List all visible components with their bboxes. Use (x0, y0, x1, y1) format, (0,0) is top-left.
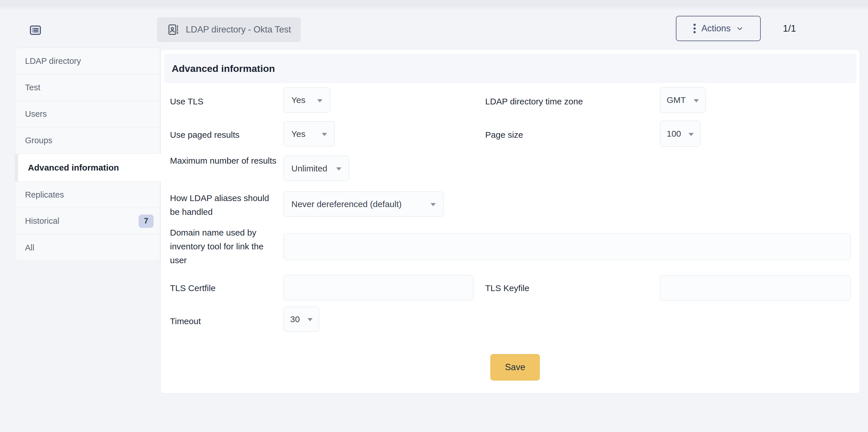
aliases-label: How LDAP aliases should be handled (170, 191, 279, 219)
advanced-information-panel: Advanced information Use TLS Yes LDAP di… (160, 50, 860, 394)
sidebar-item-label: Groups (25, 136, 52, 145)
domain-name-input[interactable] (284, 234, 851, 260)
max-results-label: Maximum number of results (170, 154, 279, 168)
tls-certfile-label: TLS Certfile (170, 281, 279, 295)
page-title: LDAP directory - Okta Test (186, 25, 291, 35)
dropdown-caret-icon (431, 203, 436, 206)
dropdown-caret-icon (317, 99, 322, 102)
tls-keyfile-input[interactable] (660, 276, 851, 301)
dropdown-caret-icon (688, 133, 694, 136)
use-tls-value: Yes (291, 95, 305, 105)
sidebar-item-test[interactable]: Test (15, 74, 160, 101)
sidebar-item-label: Replicates (25, 190, 64, 199)
sidebar-item-advanced-information[interactable]: Advanced information (18, 154, 164, 182)
actions-button[interactable]: Actions (676, 16, 761, 41)
sidebar-item-label: Test (25, 83, 40, 92)
aliases-select[interactable]: Never dereferenced (default) (284, 191, 443, 217)
save-button[interactable]: Save (490, 354, 540, 380)
sidebar-item-label: Users (25, 109, 47, 119)
record-counter: 1/1 (771, 16, 808, 41)
kebab-menu-icon (693, 23, 696, 34)
sidebar-item-historical[interactable]: Historical 7 (15, 208, 160, 235)
vertical-tabs: LDAP directory Test Users Groups Advance… (15, 48, 160, 261)
timezone-value: GMT (667, 95, 686, 105)
timeout-select[interactable]: 30 (284, 307, 319, 332)
historical-count-badge: 7 (138, 215, 154, 228)
use-paged-results-value: Yes (291, 129, 305, 139)
sidebar-item-label: Historical (25, 216, 59, 226)
topbar-shadow-strip (0, 0, 868, 10)
timezone-label: LDAP directory time zone (485, 95, 658, 109)
sidebar-item-label: All (25, 243, 34, 252)
dropdown-caret-icon (307, 318, 313, 321)
sidebar-item-label: Advanced information (28, 163, 119, 173)
page-title-chip: LDAP directory - Okta Test (157, 17, 301, 42)
max-results-select[interactable]: Unlimited (284, 156, 349, 181)
dropdown-caret-icon (322, 133, 327, 136)
use-tls-select[interactable]: Yes (284, 87, 330, 113)
list-details-icon (28, 24, 42, 37)
timeout-label: Timeout (170, 314, 279, 328)
timezone-select[interactable]: GMT (660, 87, 706, 113)
dropdown-caret-icon (694, 99, 699, 102)
panel-title: Advanced information (172, 63, 275, 74)
max-results-value: Unlimited (291, 164, 327, 174)
domain-name-label: Domain name used by inventory tool for l… (170, 226, 279, 267)
tls-keyfile-label: TLS Keyfile (485, 281, 658, 295)
timeout-value: 30 (290, 314, 300, 324)
use-paged-results-select[interactable]: Yes (284, 121, 335, 146)
tls-certfile-input[interactable] (284, 275, 473, 300)
entity-menu-button[interactable] (27, 23, 43, 37)
dropdown-caret-icon (336, 167, 341, 171)
sidebar-item-ldap-directory[interactable]: LDAP directory (15, 48, 160, 74)
actions-button-label: Actions (702, 23, 731, 34)
aliases-value: Never dereferenced (default) (291, 199, 402, 209)
use-tls-label: Use TLS (170, 95, 279, 109)
sidebar-item-groups[interactable]: Groups (15, 127, 160, 154)
panel-header: Advanced information (164, 54, 856, 83)
page-size-select[interactable]: 100 (660, 121, 700, 147)
sidebar-item-all[interactable]: All (15, 235, 160, 261)
page-size-value: 100 (667, 129, 681, 138)
chevron-down-icon (736, 25, 744, 32)
sidebar-item-label: LDAP directory (25, 56, 81, 66)
sidebar-item-replicates[interactable]: Replicates (15, 182, 160, 208)
address-book-icon (167, 23, 180, 36)
sidebar-item-users[interactable]: Users (15, 101, 160, 127)
page-size-label: Page size (485, 128, 658, 142)
use-paged-results-label: Use paged results (170, 128, 279, 142)
